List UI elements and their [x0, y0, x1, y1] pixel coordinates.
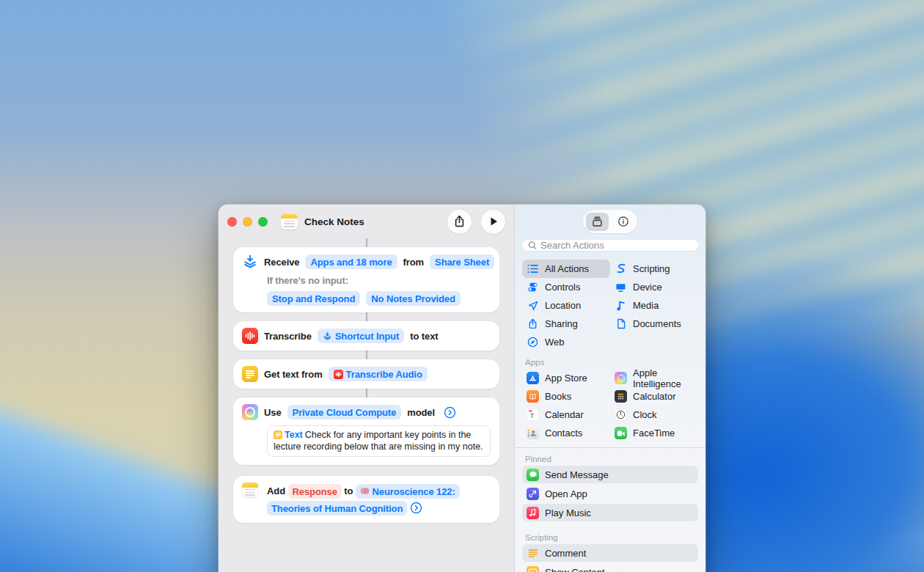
shortcuts-window: Check Notes: [219, 205, 705, 572]
play-icon: [488, 216, 499, 227]
app-apple-intelligence[interactable]: Apple Intelligence: [610, 369, 698, 387]
to-label: to: [344, 485, 353, 496]
flow-connector: [366, 351, 367, 359]
chevron-circle-icon[interactable]: [444, 406, 456, 419]
to-text-label: to text: [410, 331, 438, 342]
category-controls[interactable]: Controls: [522, 278, 610, 296]
category-documents[interactable]: Documents: [610, 315, 698, 333]
apps-grid: App Store Apple Intelligence Books: [522, 369, 698, 442]
app-contacts[interactable]: Contacts: [522, 424, 610, 442]
no-input-label: If there’s no input:: [267, 275, 491, 286]
window-title-group: Check Notes: [281, 214, 364, 230]
location-icon: [527, 301, 539, 311]
category-web[interactable]: Web: [522, 333, 610, 351]
apps-section-header: Apps: [525, 358, 695, 367]
pinned-send-message[interactable]: Send Message: [522, 466, 698, 483]
receive-input-pill[interactable]: Apps and 18 more: [305, 254, 397, 269]
app-facetime[interactable]: FaceTime: [610, 424, 698, 442]
flow-connector: [366, 312, 367, 321]
use-verb: Use: [264, 407, 282, 418]
app-calculator[interactable]: Calculator: [610, 387, 698, 406]
pinned-play-music[interactable]: Play Music: [522, 504, 698, 521]
prompt-text: Check for any important key points in th…: [274, 430, 483, 452]
controls-icon: [527, 282, 539, 293]
action-card-use-model[interactable]: Use Private Cloud Compute model TextChec…: [233, 397, 499, 465]
titlebar: Check Notes: [219, 205, 514, 238]
category-scripting[interactable]: Scripting: [610, 260, 698, 278]
shortcut-icon: [281, 214, 298, 230]
transcribe-audio-pill[interactable]: Transcribe Audio: [329, 367, 428, 381]
minimize-button[interactable]: [243, 217, 252, 227]
model-pill[interactable]: Private Cloud Compute: [287, 405, 402, 419]
scripting-show-content[interactable]: a Show Content: [522, 563, 698, 572]
app-clock[interactable]: Clock: [610, 406, 698, 424]
pinned-list: Send Message Open App Pl: [522, 466, 698, 523]
category-grid: All Actions Scripting: [522, 260, 698, 351]
device-icon: [615, 282, 627, 293]
app-app-store[interactable]: App Store: [522, 369, 610, 387]
receive-source-pill[interactable]: Share Sheet: [430, 254, 494, 269]
pinned-open-app[interactable]: Open App: [522, 485, 698, 502]
text-token-icon: [274, 430, 282, 439]
run-button[interactable]: [481, 210, 505, 234]
messages-icon: [527, 469, 539, 481]
response-pill[interactable]: Response: [288, 484, 342, 499]
category-device[interactable]: Device: [610, 278, 698, 296]
app-calendar[interactable]: 7 Calendar: [522, 406, 610, 424]
no-notes-provided-pill[interactable]: No Notes Provided: [366, 291, 461, 306]
media-icon: [615, 300, 627, 311]
scripting-section-header: Scripting: [525, 533, 695, 542]
flow-connector: [366, 238, 367, 247]
show-content-icon: a: [527, 566, 539, 572]
brain-icon: [360, 487, 370, 495]
action-card-get-text[interactable]: Get text from Transcribe Audio: [233, 359, 499, 389]
web-icon: [527, 337, 539, 348]
list-bullet-icon: [527, 264, 539, 274]
documents-icon: [615, 318, 627, 329]
action-library-tab[interactable]: [586, 213, 609, 231]
category-all-actions[interactable]: All Actions: [522, 260, 610, 278]
share-button[interactable]: [447, 210, 472, 234]
action-card-add-note[interactable]: Add Response to Neuroscience 122: Theori…: [233, 476, 499, 523]
zoom-button[interactable]: [258, 217, 268, 227]
facetime-icon: [615, 427, 627, 439]
search-field[interactable]: [522, 240, 698, 251]
add-verb: Add: [267, 485, 285, 496]
apple-intelligence-icon: [242, 404, 258, 420]
category-location[interactable]: Location: [522, 296, 610, 315]
scripting-comment[interactable]: Comment: [522, 544, 698, 562]
stop-and-respond-pill[interactable]: Stop and Respond: [267, 291, 360, 306]
app-store-icon: [527, 372, 539, 384]
sidebar-toolbar: [515, 205, 705, 238]
info-tab[interactable]: [612, 213, 634, 231]
sharing-icon: [527, 318, 539, 329]
pinned-section-header: Pinned: [525, 455, 695, 463]
close-button[interactable]: [227, 217, 237, 227]
books-icon: [527, 390, 539, 403]
text-icon: [242, 366, 258, 382]
search-input[interactable]: [540, 240, 692, 251]
comment-icon: [527, 549, 539, 558]
traffic-lights: [227, 217, 268, 227]
chevron-circle-icon[interactable]: [410, 502, 422, 514]
category-media[interactable]: Media: [610, 296, 698, 315]
model-label: model: [407, 407, 435, 418]
search-icon: [528, 241, 537, 250]
text-token-label: Text: [285, 430, 303, 440]
shortcut-input-pill[interactable]: Shortcut Input: [318, 329, 404, 343]
sidebar-divider: [515, 447, 705, 448]
action-library-sidebar: All Actions Scripting: [514, 205, 705, 572]
flow-connector: [366, 389, 367, 397]
svg-text:7: 7: [530, 412, 534, 419]
action-card-transcribe[interactable]: Transcribe Shortcut Input to text: [233, 321, 499, 351]
transcribe-audio-mini-icon: [334, 370, 343, 379]
open-app-icon: [527, 488, 539, 500]
action-card-receive[interactable]: Receive Apps and 18 more from Share Shee…: [233, 247, 499, 312]
app-books[interactable]: Books: [522, 387, 610, 406]
scripting-icon: [615, 263, 627, 274]
category-sharing[interactable]: Sharing: [522, 315, 610, 333]
prompt-textbox[interactable]: TextCheck for any important key points i…: [267, 425, 491, 457]
transcribe-verb: Transcribe: [264, 331, 312, 342]
receive-from-label: from: [403, 257, 425, 268]
panel-toggle: [583, 210, 637, 233]
